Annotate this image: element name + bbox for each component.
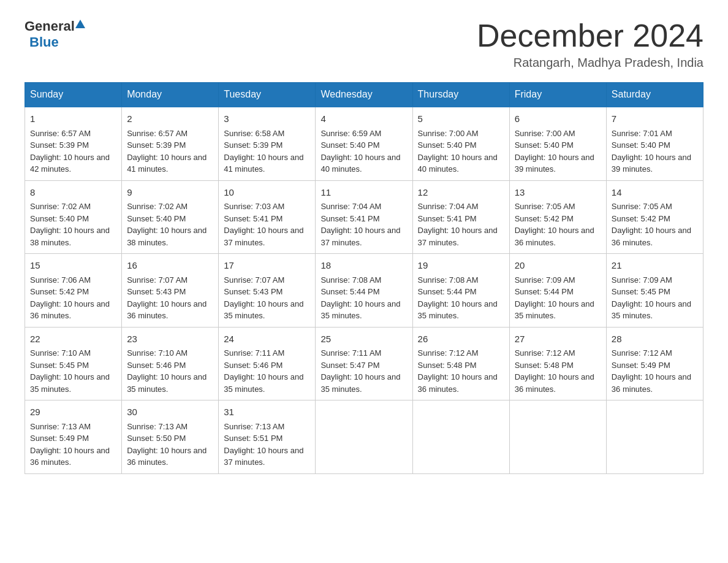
title-area: December 2024 Ratangarh, Madhya Pradesh,…: [477, 18, 703, 70]
day-cell: [412, 400, 509, 474]
day-number: 12: [418, 186, 504, 200]
day-cell: 12Sunrise: 7:04 AMSunset: 5:41 PMDayligh…: [412, 180, 509, 254]
day-number: 28: [612, 332, 698, 347]
day-number: 24: [224, 332, 310, 347]
day-cell: 27Sunrise: 7:12 AMSunset: 5:48 PMDayligh…: [509, 327, 606, 400]
day-cell: 15Sunrise: 7:06 AMSunset: 5:42 PMDayligh…: [25, 254, 122, 327]
day-number: 25: [320, 332, 407, 347]
header-cell-friday: Friday: [509, 83, 606, 107]
day-number: 23: [127, 332, 213, 347]
day-number: 13: [515, 186, 601, 200]
day-cell: 16Sunrise: 7:07 AMSunset: 5:43 PMDayligh…: [122, 254, 219, 327]
day-cell: 2Sunrise: 6:57 AMSunset: 5:39 PMDaylight…: [122, 107, 219, 180]
day-cell: 30Sunrise: 7:13 AMSunset: 5:50 PMDayligh…: [122, 400, 219, 474]
day-cell: 25Sunrise: 7:11 AMSunset: 5:47 PMDayligh…: [316, 327, 412, 400]
day-number: 21: [612, 259, 698, 273]
day-cell: 19Sunrise: 7:08 AMSunset: 5:44 PMDayligh…: [412, 254, 509, 327]
day-number: 11: [320, 186, 407, 200]
day-cell: 6Sunrise: 7:00 AMSunset: 5:40 PMDaylight…: [509, 107, 606, 180]
day-number: 3: [224, 112, 310, 126]
day-number: 7: [612, 112, 698, 126]
day-cell: [606, 400, 703, 474]
day-number: 4: [320, 112, 407, 126]
week-row-3: 15Sunrise: 7:06 AMSunset: 5:42 PMDayligh…: [25, 254, 703, 327]
day-number: 19: [418, 259, 504, 273]
calendar-table: SundayMondayTuesdayWednesdayThursdayFrid…: [25, 82, 703, 474]
logo-triangle-icon: [75, 18, 86, 29]
day-cell: 4Sunrise: 6:59 AMSunset: 5:40 PMDaylight…: [316, 107, 412, 180]
header-row: SundayMondayTuesdayWednesdayThursdayFrid…: [25, 83, 703, 107]
day-number: 27: [515, 332, 601, 347]
day-number: 16: [127, 259, 213, 273]
day-number: 10: [224, 186, 310, 200]
week-row-5: 29Sunrise: 7:13 AMSunset: 5:49 PMDayligh…: [25, 400, 703, 474]
day-cell: 1Sunrise: 6:57 AMSunset: 5:39 PMDaylight…: [25, 107, 122, 180]
header-cell-thursday: Thursday: [412, 83, 509, 107]
day-number: 15: [30, 259, 116, 273]
week-row-4: 22Sunrise: 7:10 AMSunset: 5:45 PMDayligh…: [25, 327, 703, 400]
day-cell: 17Sunrise: 7:07 AMSunset: 5:43 PMDayligh…: [219, 254, 316, 327]
day-number: 31: [224, 405, 310, 419]
header-cell-wednesday: Wednesday: [316, 83, 412, 107]
day-number: 17: [224, 259, 310, 273]
page-header: General Blue December 2024 Ratangarh, Ma…: [25, 18, 703, 70]
day-cell: 7Sunrise: 7:01 AMSunset: 5:40 PMDaylight…: [606, 107, 703, 180]
day-cell: 5Sunrise: 7:00 AMSunset: 5:40 PMDaylight…: [412, 107, 509, 180]
day-cell: 11Sunrise: 7:04 AMSunset: 5:41 PMDayligh…: [316, 180, 412, 254]
day-cell: 31Sunrise: 7:13 AMSunset: 5:51 PMDayligh…: [219, 400, 316, 474]
day-cell: 29Sunrise: 7:13 AMSunset: 5:49 PMDayligh…: [25, 400, 122, 474]
day-number: 30: [127, 405, 213, 419]
header-cell-saturday: Saturday: [606, 83, 703, 107]
day-cell: 24Sunrise: 7:11 AMSunset: 5:46 PMDayligh…: [219, 327, 316, 400]
day-number: 9: [127, 186, 213, 200]
week-row-1: 1Sunrise: 6:57 AMSunset: 5:39 PMDaylight…: [25, 107, 703, 180]
day-number: 29: [30, 405, 116, 419]
day-cell: 22Sunrise: 7:10 AMSunset: 5:45 PMDayligh…: [25, 327, 122, 400]
calendar-body: 1Sunrise: 6:57 AMSunset: 5:39 PMDaylight…: [25, 107, 703, 473]
day-cell: [509, 400, 606, 474]
day-cell: 14Sunrise: 7:05 AMSunset: 5:42 PMDayligh…: [606, 180, 703, 254]
day-cell: 3Sunrise: 6:58 AMSunset: 5:39 PMDaylight…: [219, 107, 316, 180]
logo: General Blue: [25, 18, 86, 50]
day-cell: [316, 400, 412, 474]
location-subtitle: Ratangarh, Madhya Pradesh, India: [477, 56, 703, 70]
svg-marker-0: [75, 20, 85, 28]
day-cell: 28Sunrise: 7:12 AMSunset: 5:49 PMDayligh…: [606, 327, 703, 400]
day-cell: 10Sunrise: 7:03 AMSunset: 5:41 PMDayligh…: [219, 180, 316, 254]
day-cell: 21Sunrise: 7:09 AMSunset: 5:45 PMDayligh…: [606, 254, 703, 327]
month-year-title: December 2024: [477, 18, 703, 53]
day-number: 18: [320, 259, 407, 273]
week-row-2: 8Sunrise: 7:02 AMSunset: 5:40 PMDaylight…: [25, 180, 703, 254]
calendar-header: SundayMondayTuesdayWednesdayThursdayFrid…: [25, 83, 703, 107]
logo-blue-text: Blue: [29, 34, 59, 50]
header-cell-monday: Monday: [122, 83, 219, 107]
day-cell: 13Sunrise: 7:05 AMSunset: 5:42 PMDayligh…: [509, 180, 606, 254]
logo-general-text: General: [25, 18, 75, 34]
day-number: 5: [418, 112, 504, 126]
day-cell: 20Sunrise: 7:09 AMSunset: 5:44 PMDayligh…: [509, 254, 606, 327]
day-cell: 8Sunrise: 7:02 AMSunset: 5:40 PMDaylight…: [25, 180, 122, 254]
day-number: 22: [30, 332, 116, 347]
day-cell: 18Sunrise: 7:08 AMSunset: 5:44 PMDayligh…: [316, 254, 412, 327]
day-cell: 26Sunrise: 7:12 AMSunset: 5:48 PMDayligh…: [412, 327, 509, 400]
day-number: 20: [515, 259, 601, 273]
day-number: 8: [30, 186, 116, 200]
day-number: 6: [515, 112, 601, 126]
day-number: 14: [612, 186, 698, 200]
day-number: 2: [127, 112, 213, 126]
header-cell-sunday: Sunday: [25, 83, 122, 107]
day-cell: 9Sunrise: 7:02 AMSunset: 5:40 PMDaylight…: [122, 180, 219, 254]
header-cell-tuesday: Tuesday: [219, 83, 316, 107]
day-number: 1: [30, 112, 116, 126]
day-number: 26: [418, 332, 504, 347]
day-cell: 23Sunrise: 7:10 AMSunset: 5:46 PMDayligh…: [122, 327, 219, 400]
